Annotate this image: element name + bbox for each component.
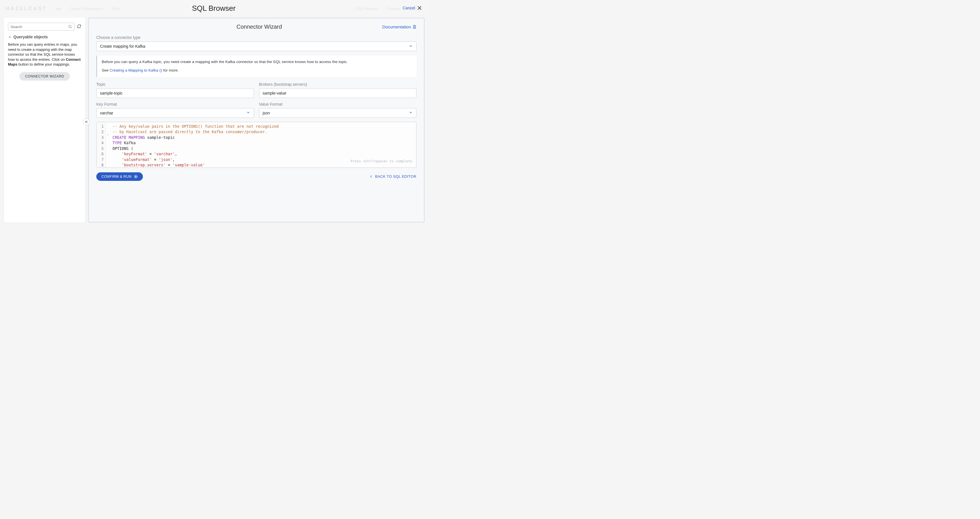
refresh-icon — [77, 24, 81, 29]
editor-fold-column: ⌄ — [106, 122, 110, 168]
brokers-label: Brokers (bootstrap.servers) — [259, 82, 417, 87]
info-text: Before you can query a Kafka topic, you … — [102, 59, 412, 65]
sql-editor[interactable]: 1 2 3 4 5 6 7 8 ⌄ -- Any key/value pairs… — [96, 122, 417, 168]
modal-body: Queryable objects Before you can query e… — [4, 17, 425, 222]
back-label: BACK TO SQL EDITOR — [375, 174, 417, 179]
close-icon — [417, 5, 422, 11]
svg-point-0 — [69, 25, 71, 27]
info-see: See — [102, 68, 110, 72]
queryable-objects-title: Queryable objects — [13, 35, 48, 39]
external-link-icon — [159, 69, 162, 72]
connector-wizard-panel: Connector Wizard Documentation Choose a … — [88, 17, 425, 222]
connector-wizard-button[interactable]: CONNECTOR WIZARD — [19, 72, 70, 81]
play-circle-icon — [134, 175, 138, 179]
connector-type-select[interactable]: Create mapping for Kafka — [96, 41, 417, 51]
topic-label: Topic — [96, 82, 254, 87]
search-icon — [68, 25, 72, 29]
sql-browser-modal: SQL Browser Cancel Queryable objects — [0, 0, 428, 227]
key-format-label: Key Format — [96, 102, 254, 106]
modal-header: SQL Browser Cancel — [0, 0, 428, 16]
confirm-run-label: CONFIRM & RUN — [102, 175, 132, 179]
brokers-input[interactable]: sample-value — [259, 88, 417, 98]
chevron-up-icon — [8, 35, 12, 39]
editor-gutter: 1 2 3 4 5 6 7 8 — [97, 122, 106, 168]
value-format-value: json — [263, 111, 270, 115]
search-input[interactable] — [11, 25, 68, 29]
info-link[interactable]: Creating a Mapping to Kafka — [110, 68, 162, 72]
info-box: Before you can query a Kafka topic, you … — [96, 56, 417, 77]
connector-type-label: Choose a connector type — [96, 35, 417, 40]
chevron-double-left-icon — [85, 120, 88, 124]
search-input-wrapper[interactable] — [8, 23, 75, 31]
collapse-sidebar-button[interactable] — [83, 118, 90, 125]
refresh-button[interactable] — [77, 24, 81, 29]
topic-value: sample-topic — [100, 91, 123, 95]
wizard-title: Connector Wizard — [136, 24, 382, 30]
chevron-down-icon — [246, 110, 250, 115]
connector-type-value: Create mapping for Kafka — [100, 44, 145, 49]
key-format-select[interactable]: varchar — [96, 108, 254, 118]
value-format-label: Value Format — [259, 102, 417, 106]
topic-input[interactable]: sample-topic — [96, 88, 254, 98]
info-suffix: for more. — [162, 68, 179, 72]
cancel-label: Cancel — [402, 6, 415, 10]
chevron-down-icon — [409, 110, 413, 115]
cancel-button[interactable]: Cancel — [402, 5, 422, 11]
sidebar-help-text: Before you can query entries in maps, yo… — [8, 42, 81, 67]
back-to-sql-editor-button[interactable]: BACK TO SQL EDITOR — [369, 174, 417, 179]
editor-hint: Press <Ctrl+Space> to complete — [350, 159, 412, 164]
chevron-left-icon — [369, 175, 373, 178]
key-format-value: varchar — [100, 111, 113, 115]
value-format-select[interactable]: json — [259, 108, 417, 118]
modal-title: SQL Browser — [192, 4, 236, 13]
brokers-value: sample-value — [263, 91, 286, 95]
sidebar: Queryable objects Before you can query e… — [4, 17, 85, 222]
confirm-run-button[interactable]: CONFIRM & RUN — [96, 172, 143, 181]
chevron-down-icon — [409, 44, 413, 49]
document-icon — [412, 25, 417, 29]
documentation-link[interactable]: Documentation — [382, 24, 417, 29]
queryable-objects-header[interactable]: Queryable objects — [8, 35, 81, 39]
